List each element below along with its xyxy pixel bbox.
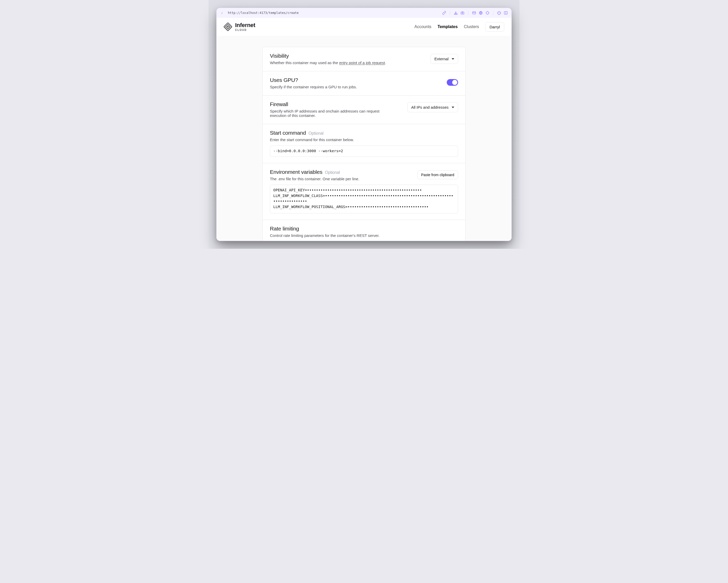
svg-point-2 xyxy=(462,12,463,13)
entry-point-link[interactable]: entry point of a job request xyxy=(339,60,385,65)
env-desc: The .env file for this container. One va… xyxy=(270,177,394,181)
rate-title: Rate limiting xyxy=(270,226,458,232)
link-icon[interactable] xyxy=(442,11,446,15)
svg-rect-1 xyxy=(461,12,464,15)
mail-icon[interactable] xyxy=(472,11,476,15)
gpu-desc: Specify if the container requires a GPU … xyxy=(270,85,394,89)
nav-templates[interactable]: Templates xyxy=(438,25,458,29)
section-start-command: Start command Optional Enter the start c… xyxy=(263,124,465,163)
ghost-hint xyxy=(277,38,279,43)
gpu-toggle[interactable] xyxy=(447,79,458,86)
browser-window: i http://localhost:4173/templates/create xyxy=(216,8,512,241)
section-env: Environment variables Optional The .env … xyxy=(263,163,465,220)
chevron-down-icon xyxy=(452,58,454,60)
svg-point-5 xyxy=(486,11,489,15)
rate-desc: Control rate limiting parameters for the… xyxy=(270,233,458,238)
env-input[interactable]: OPENAI_API_KEY=•••••••••••••••••••••••••… xyxy=(270,185,458,214)
visibility-dropdown[interactable]: External xyxy=(431,54,458,64)
paste-clipboard-button[interactable]: Paste from clipboard xyxy=(417,170,458,179)
optional-label: Optional xyxy=(309,131,323,136)
globe-icon[interactable] xyxy=(479,11,483,15)
optional-label: Optional xyxy=(325,170,340,175)
firewall-title: Firewall xyxy=(270,101,401,107)
info-icon: i xyxy=(220,11,224,15)
visibility-title: Visibility xyxy=(270,53,424,59)
user-menu-button[interactable]: Darryl xyxy=(485,22,504,32)
section-visibility: Visibility Whether this container may us… xyxy=(263,47,465,71)
start-title: Start command xyxy=(270,130,306,136)
svg-rect-0 xyxy=(454,13,457,15)
download-icon[interactable] xyxy=(454,11,458,15)
firewall-desc: Specify which IP addresses and onchain a… xyxy=(270,109,394,118)
section-firewall: Firewall Specify which IP addresses and … xyxy=(263,95,465,124)
extension-icon[interactable] xyxy=(497,11,501,15)
start-desc: Enter the start command for this contain… xyxy=(270,138,394,142)
gpu-title: Uses GPU? xyxy=(270,77,441,83)
chevron-down-icon xyxy=(452,107,454,108)
section-gpu: Uses GPU? Specify if the container requi… xyxy=(263,71,465,95)
camera-icon[interactable] xyxy=(461,11,465,15)
firewall-dropdown[interactable]: All IPs and addresses xyxy=(407,102,458,112)
nav-clusters[interactable]: Clusters xyxy=(464,25,479,29)
crosshair-icon[interactable] xyxy=(486,11,490,15)
section-rate-limiting: Rate limiting Control rate limiting para… xyxy=(263,220,465,241)
app-viewport: Visibility Whether this container may us… xyxy=(216,18,512,241)
panel-icon[interactable] xyxy=(504,11,508,15)
browser-toolbar: i http://localhost:4173/templates/create xyxy=(216,8,512,18)
env-title: Environment variables xyxy=(270,169,322,175)
brand[interactable]: Infernet CLOUD xyxy=(224,22,255,31)
nav-accounts[interactable]: Accounts xyxy=(415,25,432,29)
visibility-desc: Whether this container may used as the e… xyxy=(270,60,394,65)
brand-name: Infernet xyxy=(235,22,255,28)
brand-sub: CLOUD xyxy=(235,29,255,31)
form-card: Visibility Whether this container may us… xyxy=(262,47,466,241)
url-bar[interactable]: http://localhost:4173/templates/create xyxy=(228,11,299,15)
svg-rect-9 xyxy=(227,26,229,28)
start-command-input[interactable]: --bind=0.0.0.0:3000 --workers=2 xyxy=(270,145,458,157)
app-header: Infernet CLOUD Accounts Templates Cluste… xyxy=(216,18,512,36)
brand-logo-icon xyxy=(224,23,232,31)
